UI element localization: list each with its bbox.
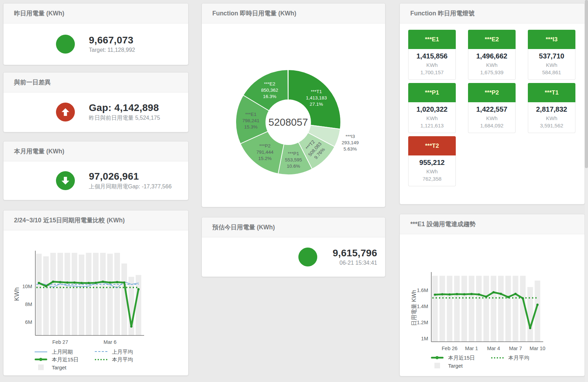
dashboard-page: 昨日用電量 (KWh) 9,667,073 Target: 11,128,992…: [0, 0, 588, 382]
stat-body: Gap: 4,142,898 昨日與前日用電量 5,524,175: [3, 92, 188, 132]
tile-status-header: ***I3: [528, 30, 575, 49]
target-bar: [505, 276, 511, 342]
target-bar: [86, 253, 92, 335]
arrow-down-icon: [56, 171, 75, 190]
legend-label: 上月同期: [52, 349, 73, 355]
tile-unit: KWh: [468, 61, 515, 69]
target-bar: [513, 276, 518, 342]
light-tile-T1: ***T12,817,832KWh3,591,562: [528, 83, 575, 133]
legend-label: 本月平均: [112, 356, 133, 363]
legend-label: 本月近15日: [52, 356, 79, 363]
tile-body: 1,415,856KWh1,700,157: [408, 49, 456, 80]
tile-value: 955,212: [409, 159, 455, 167]
legend-item: Target: [35, 364, 95, 370]
tile-status-header: ***P1: [408, 83, 456, 102]
target-bar: [454, 276, 460, 342]
tile-body: 2,817,832KWh3,591,562: [528, 102, 575, 133]
legend-label: Target: [52, 364, 66, 370]
card-e1-trend-chart: ***E1 設備用電達成趨勢 1M1.2M1.4M1.6MFeb 26Mar 1…: [399, 214, 585, 376]
x-tick-label: Mar 10: [530, 346, 545, 351]
y-tick-label: 1M: [421, 336, 428, 341]
e1-trend-line-chart: 1M1.2M1.4M1.6MFeb 26Mar 1Mar 4Mar 7Mar 1…: [400, 234, 585, 353]
target-bar: [36, 254, 42, 335]
legend-label: 本月平均: [508, 355, 529, 361]
tile-target-value: 3,591,562: [528, 122, 575, 129]
tile-value: 1,422,557: [468, 105, 515, 113]
stat-body: 9,615,796 06-21 15:34:41: [202, 237, 385, 276]
legend-item: 上月平均: [95, 349, 155, 355]
tile-unit: KWh: [468, 114, 515, 122]
target-bar: [50, 253, 56, 335]
tile-body: 1,496,662KWh1,675,939: [468, 49, 516, 80]
legend-swatch-box-gray: [431, 363, 444, 368]
target-bar: [461, 276, 467, 342]
tile-value: 1,020,322: [409, 105, 455, 113]
y-tick-label: 8M: [25, 301, 32, 307]
status-circle-icon: [298, 248, 317, 266]
target-bar: [114, 253, 120, 335]
target-bar: [498, 276, 504, 342]
x-tick-label: Mar 1: [465, 346, 478, 351]
stat-body: 97,026,961 上個月同期用電Gap: -17,377,566: [3, 161, 188, 200]
tile-target-value: 584,861: [528, 69, 575, 76]
stat-value: 9,615,796: [333, 248, 377, 259]
card-month-usage: 本月用電量 (KWh) 97,026,961 上個月同期用電Gap: -17,3…: [3, 141, 189, 200]
legend-swatch-dot-green: [491, 355, 504, 360]
donut-center-total: 5208057: [269, 117, 308, 128]
legend-item: 上月同期: [35, 349, 95, 355]
comparison-line-chart: 6M8M10MFeb 27Mar 6KWh: [3, 230, 188, 347]
y-tick-label: 1.2M: [417, 320, 428, 325]
target-bar: [57, 253, 63, 335]
target-bar: [483, 276, 489, 342]
target-bar: [107, 254, 113, 335]
light-tile-P1: ***P11,020,322KWh1,121,613: [408, 83, 456, 133]
legend-label: 上月平均: [112, 349, 133, 355]
legend-swatch-dash-blue: [95, 349, 107, 354]
target-bar: [469, 276, 474, 342]
chart-legend: 上月同期上月平均本月近15日本月平均Target: [35, 348, 188, 371]
tile-unit: KWh: [528, 61, 575, 69]
card-title: Function 昨日用電燈號: [400, 4, 585, 23]
target-bar: [43, 256, 49, 335]
card-yesterday-usage: 昨日用電量 (KWh) 9,667,073 Target: 11,128,992: [3, 3, 189, 65]
card-title: 與前一日差異: [3, 72, 188, 92]
status-circle-icon: [56, 35, 75, 54]
scrollbar-thumb[interactable]: [585, 0, 588, 168]
card-title: ***E1 設備用電達成趨勢: [400, 214, 585, 234]
stat-body: 9,667,073 Target: 11,128,992: [3, 23, 188, 64]
page-scrollbar: [585, 0, 588, 382]
realtime-usage-donut-chart: ***T11,413,18327.1%***I3293,1495.63%***T…: [202, 23, 385, 207]
target-bar: [79, 255, 84, 335]
tile-target-value: 1,675,939: [468, 69, 515, 76]
legend-swatch-thin-blue: [35, 349, 47, 354]
target-bar: [93, 253, 99, 335]
tile-status-header: ***T2: [408, 136, 456, 155]
legend-swatch-thick-green: [35, 357, 47, 362]
tile-unit: KWh: [409, 61, 455, 69]
tile-status-header: ***E1: [408, 30, 456, 49]
tile-unit: KWh: [409, 114, 455, 122]
tile-body: 1,020,322KWh1,121,613: [408, 102, 456, 133]
target-bar: [65, 253, 70, 335]
donut-label: ***I3293,1495.63%: [342, 134, 359, 152]
card-title: 昨日用電量 (KWh): [3, 4, 188, 23]
target-bar: [432, 276, 438, 342]
legend-label: 本月近15日: [448, 355, 475, 361]
tile-target-value: 1,121,613: [409, 122, 455, 129]
stat-subtitle: 06-21 15:34:41: [340, 260, 377, 266]
legend-item: 本月平均: [491, 355, 551, 361]
tile-status-header: ***T1: [528, 83, 575, 102]
tile-body: 1,422,557KWh1,684,092: [468, 102, 516, 133]
card-yesterday-lights: Function 昨日用電燈號 ***E11,415,856KWh1,700,1…: [399, 3, 585, 204]
card-title: Function 即時日用電量 (KWh): [202, 4, 385, 23]
card-title: 預估今日用電量 (KWh): [202, 217, 385, 237]
light-tile-T2: ***T2955,212KWh762,358: [408, 136, 456, 186]
tile-value: 537,710: [528, 52, 575, 60]
tile-body: 955,212KWh762,358: [408, 155, 456, 186]
tile-status-header: ***E2: [468, 30, 516, 49]
legend-label: Target: [448, 363, 463, 369]
tile-target-value: 1,700,157: [409, 69, 455, 76]
stat-value: 9,667,073: [89, 35, 135, 46]
legend-swatch-thick-green: [431, 355, 444, 360]
tile-value: 1,496,662: [468, 52, 515, 60]
